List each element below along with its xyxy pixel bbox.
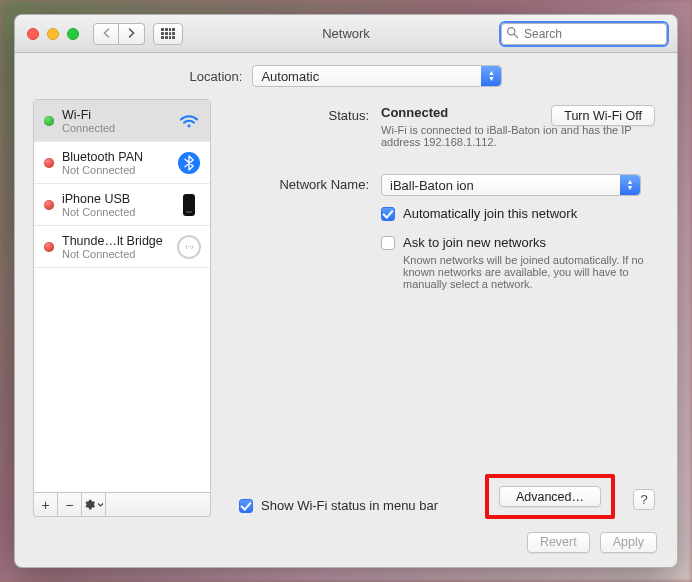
ask-to-join-checkbox[interactable] [381,236,395,250]
status-dot-icon [44,158,54,168]
titlebar: Network [15,15,677,53]
detail-pane: Turn Wi-Fi Off Status: Connected Wi-Fi i… [225,99,659,517]
network-name-row: Network Name: iBall-Baton ion ▲▼ [225,174,659,196]
updown-arrows-icon: ▲▼ [620,175,640,195]
thunderbolt-icon: ‹··› [176,234,202,260]
sidebar-item-name: Wi-Fi [62,108,168,122]
add-service-button[interactable]: + [34,493,58,516]
auto-join-label: Automatically join this network [403,206,577,221]
status-description: Wi-Fi is connected to iBall-Baton ion an… [381,124,651,148]
search-field-wrap [501,23,667,45]
nav-buttons [93,23,145,45]
status-label: Status: [225,105,369,148]
gear-icon [83,498,96,511]
ask-to-join-row: Ask to join new networks Known networks … [381,235,659,290]
sidebar-item-text: iPhone USB Not Connected [62,192,168,218]
location-label: Location: [190,69,243,84]
show-all-button[interactable] [153,23,183,45]
sidebar-item-text: Wi-Fi Connected [62,108,168,134]
location-select[interactable]: Automatic ▲▼ [252,65,502,87]
show-menubar-label: Show Wi-Fi status in menu bar [261,498,438,513]
status-dot-icon [44,200,54,210]
advanced-button[interactable]: Advanced… [499,486,601,507]
search-input[interactable] [501,23,667,45]
search-icon [506,26,519,42]
grid-icon [161,28,175,40]
minimize-icon[interactable] [47,28,59,40]
ask-to-join-label: Ask to join new networks [403,235,659,250]
iphone-icon [176,192,202,218]
window-controls [27,28,79,40]
sidebar-item-status: Not Connected [62,206,168,218]
location-select-value: Automatic [261,69,319,84]
sidebar-wrap: Wi-Fi Connected Bluetooth PAN Not Connec… [33,99,211,517]
zoom-icon[interactable] [67,28,79,40]
show-menubar-checkbox[interactable] [239,499,253,513]
status-dot-icon [44,242,54,252]
sidebar-item-status: Not Connected [62,164,168,176]
footer: Revert Apply [15,517,677,567]
chevron-right-icon [127,28,136,38]
sidebar-item-text: Bluetooth PAN Not Connected [62,150,168,176]
chevron-left-icon [102,28,111,38]
annotation-highlight: Advanced… [485,474,615,519]
network-name-value: iBall-Baton ion [390,178,474,193]
wifi-icon [176,108,202,134]
sidebar-item-name: Bluetooth PAN [62,150,168,164]
sidebar-item-name: Thunde…lt Bridge [62,234,168,248]
close-icon[interactable] [27,28,39,40]
auto-join-checkbox[interactable] [381,207,395,221]
sidebar-item-iphone-usb[interactable]: iPhone USB Not Connected [34,184,210,226]
svg-point-0 [508,27,515,34]
auto-join-row: Automatically join this network [381,206,659,221]
body: Wi-Fi Connected Bluetooth PAN Not Connec… [15,99,677,517]
network-preferences-window: Network Location: Automatic ▲▼ Wi-Fi Con… [14,14,678,568]
chevron-down-icon [97,502,104,508]
services-sidebar: Wi-Fi Connected Bluetooth PAN Not Connec… [33,99,211,493]
back-button[interactable] [93,23,119,45]
sidebar-item-name: iPhone USB [62,192,168,206]
network-name-label: Network Name: [225,174,369,196]
ask-to-join-description: Known networks will be joined automatica… [403,254,659,290]
updown-arrows-icon: ▲▼ [481,66,501,86]
service-actions-button[interactable] [82,493,106,516]
menubar-row: Show Wi-Fi status in menu bar Advanced… … [225,498,659,513]
network-name-select[interactable]: iBall-Baton ion ▲▼ [381,174,641,196]
status-value: Connected [381,105,448,120]
sidebar-item-thunderbolt-bridge[interactable]: Thunde…lt Bridge Not Connected ‹··› [34,226,210,268]
sidebar-item-wifi[interactable]: Wi-Fi Connected [34,100,210,142]
help-button[interactable]: ? [633,489,655,510]
apply-button[interactable]: Apply [600,532,657,553]
bluetooth-icon [176,150,202,176]
sidebar-item-status: Not Connected [62,248,168,260]
turn-wifi-off-button[interactable]: Turn Wi-Fi Off [551,105,655,126]
remove-service-button[interactable]: − [58,493,82,516]
sidebar-item-bluetooth-pan[interactable]: Bluetooth PAN Not Connected [34,142,210,184]
sidebar-item-text: Thunde…lt Bridge Not Connected [62,234,168,260]
status-dot-icon [44,116,54,126]
revert-button[interactable]: Revert [527,532,590,553]
sidebar-item-status: Connected [62,122,168,134]
forward-button[interactable] [119,23,145,45]
svg-line-1 [514,34,517,37]
location-row: Location: Automatic ▲▼ [15,53,677,99]
sidebar-toolbar: + − [33,493,211,517]
